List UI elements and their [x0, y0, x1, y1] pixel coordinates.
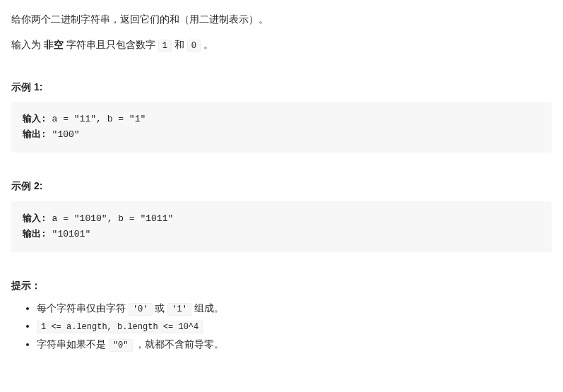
hint1-text: 每个字符串仅由字符 — [37, 302, 129, 314]
hint2-constraint: 1 <= a.length, b.length <= 10^4 — [37, 321, 203, 333]
problem-intro-line1: 给你两个二进制字符串，返回它们的和（用二进制表示）。 — [11, 11, 552, 27]
hint3-text: ，就都不含前导零。 — [133, 338, 225, 350]
example1-block: 输入: a = "11", b = "1" 输出: "100" — [11, 102, 552, 153]
example1-input-value: a = "11", b = "1" — [47, 114, 146, 124]
string-zero: "0" — [109, 339, 133, 352]
example2-input-value: a = "1010", b = "1011" — [47, 213, 173, 224]
example2-input-label: 输入: — [23, 213, 47, 224]
const-zero: 0 — [187, 40, 201, 52]
intro-text: 输入为 — [11, 39, 44, 50]
intro-text: 和 — [172, 39, 187, 50]
hints-list: 每个字符串仅由字符 '0' 或 '1' 组成。 1 <= a.length, b… — [11, 300, 552, 352]
problem-intro-line2: 输入为 非空 字符串且只包含数字 1 和 0 。 — [11, 37, 552, 53]
hint1-text: 组成。 — [191, 302, 224, 314]
example2-output-value: "10101" — [47, 229, 90, 239]
example2-heading: 示例 2: — [11, 178, 552, 194]
list-item: 字符串如果不是 "0" ，就都不含前导零。 — [37, 336, 552, 352]
list-item: 1 <= a.length, b.length <= 10^4 — [37, 318, 552, 334]
intro-text: 。 — [201, 39, 213, 50]
char-zero: '0' — [129, 303, 153, 316]
hint1-text: 或 — [153, 302, 168, 314]
example1-output-value: "100" — [47, 129, 80, 140]
example1-input-label: 输入: — [23, 114, 47, 124]
const-one: 1 — [158, 40, 172, 52]
hints-heading: 提示： — [11, 278, 552, 293]
example1-heading: 示例 1: — [11, 79, 552, 95]
intro-nonempty: 非空 — [44, 39, 64, 50]
example1-output-label: 输出: — [23, 129, 47, 140]
list-item: 每个字符串仅由字符 '0' 或 '1' 组成。 — [37, 300, 552, 316]
example2-output-label: 输出: — [23, 229, 47, 239]
char-one: '1' — [167, 303, 191, 316]
intro-text: 字符串且只包含数字 — [64, 39, 158, 50]
example2-block: 输入: a = "1010", b = "1011" 输出: "10101" — [11, 201, 552, 252]
hint3-text: 字符串如果不是 — [37, 338, 109, 350]
